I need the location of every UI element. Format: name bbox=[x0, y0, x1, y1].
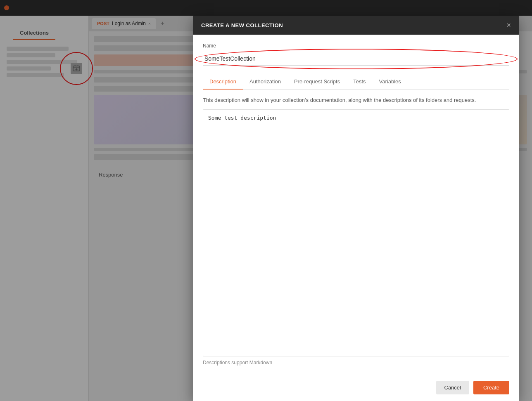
create-collection-modal: CREATE A NEW COLLECTION × Name Descripti… bbox=[193, 16, 519, 401]
description-textarea[interactable]: Some test description bbox=[203, 109, 509, 357]
name-input-wrapper bbox=[203, 52, 509, 66]
collection-name-input[interactable] bbox=[203, 52, 509, 66]
markdown-hint: Descriptions support Markdown bbox=[203, 360, 509, 366]
tab-tests[interactable]: Tests bbox=[347, 74, 372, 90]
description-hint: This description will show in your colle… bbox=[203, 96, 509, 104]
tab-authorization[interactable]: Authorization bbox=[243, 74, 287, 90]
modal-body: Name Description Authorization Pre-reque… bbox=[193, 35, 519, 374]
tabs-bar: Description Authorization Pre-request Sc… bbox=[203, 74, 509, 90]
tab-pre-request-scripts[interactable]: Pre-request Scripts bbox=[287, 74, 347, 90]
modal-header: CREATE A NEW COLLECTION × bbox=[193, 16, 519, 35]
create-button[interactable]: Create bbox=[473, 381, 509, 394]
modal-title: CREATE A NEW COLLECTION bbox=[201, 22, 283, 28]
modal-close-button[interactable]: × bbox=[506, 21, 511, 29]
name-label: Name bbox=[203, 43, 509, 49]
tab-variables[interactable]: Variables bbox=[373, 74, 408, 90]
modal-footer: Cancel Create bbox=[193, 374, 519, 401]
tab-description[interactable]: Description bbox=[203, 74, 243, 90]
cancel-button[interactable]: Cancel bbox=[436, 381, 469, 394]
